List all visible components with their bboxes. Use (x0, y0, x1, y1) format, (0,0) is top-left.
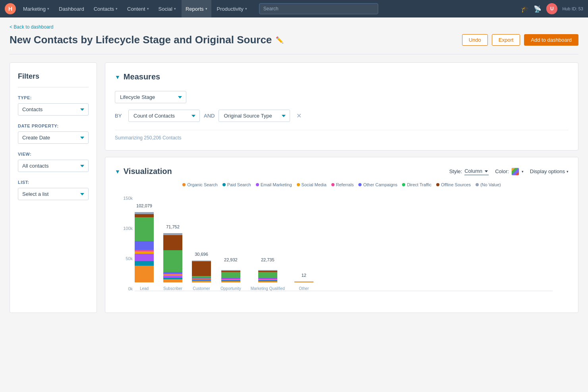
visualization-toggle[interactable]: ▼ (115, 168, 120, 175)
y-axis-label: 150k (115, 196, 133, 201)
nav-item-social[interactable]: Social ▾ (155, 0, 180, 17)
original-source-type-select[interactable]: Original Source Type (219, 110, 290, 122)
view-label: VIEW: (18, 152, 89, 156)
legend-item: Offline Sources (436, 182, 471, 187)
chart-legend: Organic SearchPaid SearchEmail Marketing… (115, 182, 569, 187)
measures-header: ▼ Measures (115, 72, 569, 81)
legend-item: Email Marketing (256, 182, 292, 187)
bar-value: 12 (302, 273, 306, 278)
add-to-dashboard-button[interactable]: Add to dashboard (524, 34, 578, 46)
color-chevron-icon[interactable]: ▾ (522, 170, 524, 174)
style-select[interactable]: Column Bar Line Area (464, 168, 489, 175)
bar-segment[interactable] (221, 272, 240, 278)
visualization-controls: Style: Column Bar Line Area Color: ▾ (449, 168, 569, 176)
page-title: New Contacts by Lifecycle Stage and Orig… (10, 34, 284, 46)
back-to-dashboard-link[interactable]: < Back to dashboard (10, 24, 53, 30)
visualization-card: ▼ Visualization Style: Column Bar Line A… (105, 157, 578, 313)
bar-segment[interactable] (163, 279, 182, 282)
bar-stack[interactable] (192, 261, 211, 282)
date-property-select[interactable]: Create Date (18, 131, 89, 144)
measures-content: Lifecycle Stage BY Count of Contacts AND… (115, 91, 569, 141)
color-control: Color: ▾ (495, 168, 524, 176)
bar-value: 30,696 (195, 252, 208, 257)
undo-button[interactable]: Undo (462, 34, 488, 46)
type-label: TYPE: (18, 95, 89, 100)
bar-segment[interactable] (258, 281, 277, 282)
bar-segment[interactable] (135, 217, 154, 241)
bar-value: 71,752 (166, 224, 180, 229)
bar-value: 102,079 (136, 203, 152, 208)
lifecycle-stage-row: Lifecycle Stage (115, 91, 569, 103)
graduation-icon[interactable]: 🎓 (521, 5, 529, 13)
nav-item-content[interactable]: Content ▾ (123, 0, 153, 17)
nav-item-contacts[interactable]: Contacts ▾ (90, 0, 122, 17)
bar-group: 22,932Opportunity (220, 257, 241, 291)
avatar[interactable]: U (546, 3, 557, 14)
y-axis-label: 50k (115, 256, 133, 261)
bar-segment[interactable] (221, 281, 240, 282)
bar-segment[interactable] (258, 272, 277, 278)
bar-segment[interactable] (135, 266, 154, 282)
bar-segment[interactable] (192, 261, 211, 276)
bar-group: 71,752Subscriber (163, 224, 182, 291)
page-header: New Contacts by Lifecycle Stage and Orig… (10, 34, 578, 46)
remove-original-source-button[interactable]: ✕ (294, 111, 304, 120)
bar-x-label: Other (299, 286, 309, 291)
nav-item-productivity[interactable]: Productivity ▾ (213, 0, 251, 17)
legend-item: Direct Traffic (402, 182, 431, 187)
hub-id: Hub ID: 53 (562, 6, 583, 11)
display-options-button[interactable]: Display options ▾ (530, 168, 569, 174)
bar-stack[interactable] (135, 212, 154, 282)
measures-toggle[interactable]: ▼ (115, 74, 120, 80)
chevron-down-icon: ▾ (116, 7, 118, 11)
bar-segment[interactable] (135, 241, 154, 250)
bar-segment[interactable] (135, 254, 154, 261)
nav-item-dashboard[interactable]: Dashboard (55, 0, 88, 17)
bar-segment[interactable] (135, 214, 154, 217)
bar-group: 12Other (294, 273, 313, 291)
filters-panel: Filters TYPE: Contacts DATE PROPERTY: Cr… (10, 62, 97, 313)
chevron-down-icon: ▾ (47, 7, 49, 11)
legend-item: (No Value) (476, 182, 501, 187)
view-select[interactable]: All contacts (18, 160, 89, 172)
edit-icon[interactable]: ✏️ (276, 36, 284, 44)
style-control: Style: Column Bar Line Area (449, 168, 489, 175)
y-axis-label: 100k (115, 226, 133, 231)
bar-stack[interactable] (258, 266, 277, 282)
legend-item: Referrals (331, 182, 354, 187)
bar-segment[interactable] (294, 282, 313, 282)
measures-title: Measures (124, 72, 160, 81)
chevron-down-icon: ▾ (205, 7, 207, 11)
chevron-down-icon: ▾ (147, 7, 149, 11)
header-actions: Undo Export Add to dashboard (462, 34, 578, 46)
right-panel: ▼ Measures Lifecycle Stage BY Count of C… (105, 62, 578, 313)
bar-stack[interactable] (221, 266, 240, 282)
bar-stack[interactable] (294, 282, 313, 282)
by-row: BY Count of Contacts AND Original Source… (115, 110, 569, 122)
nav-item-reports[interactable]: Reports ▾ (182, 0, 211, 17)
chevron-down-icon: ▾ (174, 7, 176, 11)
legend-item: Organic Search (182, 182, 217, 187)
bar-segment[interactable] (192, 281, 211, 282)
list-select[interactable]: Select a list (18, 188, 89, 200)
bar-x-label: Lead (140, 286, 149, 291)
nav-item-marketing[interactable]: Marketing ▾ (19, 0, 53, 17)
color-swatch[interactable] (511, 168, 519, 176)
bar-group: 22,735Marketing Qualified (251, 257, 285, 291)
notification-icon[interactable]: 📡 (534, 5, 542, 13)
bar-segment[interactable] (163, 250, 182, 272)
filter-divider (18, 87, 89, 87)
type-select[interactable]: Contacts (18, 103, 89, 116)
bar-stack[interactable] (163, 233, 182, 282)
bar-segment[interactable] (163, 235, 182, 250)
lifecycle-stage-select[interactable]: Lifecycle Stage (115, 91, 186, 103)
bar-group: 102,079Lead (135, 203, 154, 291)
viz-section-header: ▼ Visualization (115, 167, 172, 176)
search-input[interactable] (259, 3, 378, 14)
y-axis: 150k100k50k0k (115, 196, 133, 291)
list-label: LIST: (18, 180, 89, 185)
hubspot-logo[interactable]: H (5, 3, 16, 14)
bar-segment[interactable] (135, 261, 154, 266)
count-of-contacts-select[interactable]: Count of Contacts (128, 110, 200, 122)
export-button[interactable]: Export (492, 34, 520, 46)
